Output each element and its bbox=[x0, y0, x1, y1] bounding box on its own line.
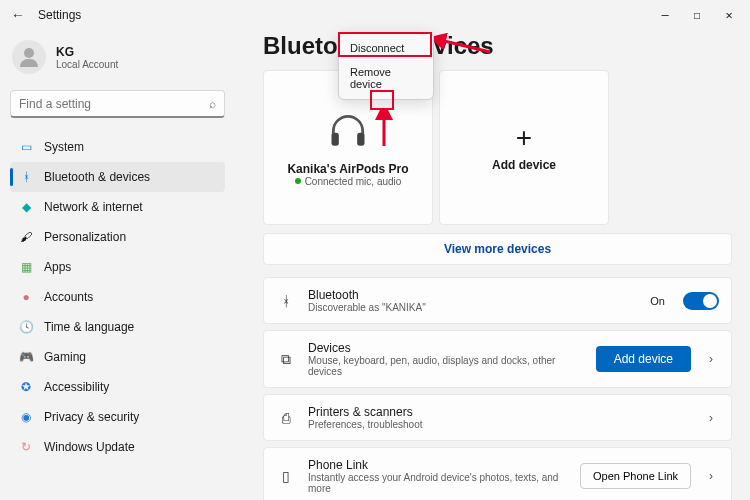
search-icon: ⌕ bbox=[209, 97, 216, 111]
status-dot-icon bbox=[295, 178, 301, 184]
sidebar: KG Local Account ⌕ ▭System ᚼBluetooth & … bbox=[0, 30, 235, 500]
nav-system[interactable]: ▭System bbox=[10, 132, 225, 162]
gaming-icon: 🎮 bbox=[18, 349, 34, 365]
bluetooth-row-icon: ᚼ bbox=[276, 293, 296, 309]
row-printers[interactable]: ⎙ Printers & scannersPreferences, troubl… bbox=[263, 394, 732, 441]
nav-privacy[interactable]: ◉Privacy & security bbox=[10, 402, 225, 432]
nav-bluetooth[interactable]: ᚼBluetooth & devices bbox=[10, 162, 225, 192]
wifi-icon: ◆ bbox=[18, 199, 34, 215]
menu-remove-device[interactable]: Remove device bbox=[342, 60, 430, 96]
avatar bbox=[12, 40, 46, 74]
bluetooth-state: On bbox=[650, 295, 665, 307]
page-title: Bluetooth & devices bbox=[263, 32, 732, 60]
profile-account: Local Account bbox=[56, 59, 118, 70]
bluetooth-toggle[interactable] bbox=[683, 292, 719, 310]
nav-time[interactable]: 🕓Time & language bbox=[10, 312, 225, 342]
device-context-menu: Disconnect Remove device bbox=[338, 32, 434, 100]
nav-network[interactable]: ◆Network & internet bbox=[10, 192, 225, 222]
plus-icon: + bbox=[516, 124, 532, 152]
nav-update[interactable]: ↻Windows Update bbox=[10, 432, 225, 462]
search-box[interactable]: ⌕ bbox=[10, 90, 225, 118]
nav-apps[interactable]: ▦Apps bbox=[10, 252, 225, 282]
row-devices[interactable]: ⧉ DevicesMouse, keyboard, pen, audio, di… bbox=[263, 330, 732, 388]
apps-icon: ▦ bbox=[18, 259, 34, 275]
system-icon: ▭ bbox=[18, 139, 34, 155]
window-controls: — ☐ ✕ bbox=[658, 8, 742, 22]
chevron-right-icon[interactable]: › bbox=[703, 352, 719, 366]
menu-disconnect[interactable]: Disconnect bbox=[342, 36, 430, 60]
add-device-button[interactable]: Add device bbox=[596, 346, 691, 372]
profile-name: KG bbox=[56, 45, 118, 59]
back-button[interactable]: ← bbox=[8, 7, 28, 23]
bluetooth-icon: ᚼ bbox=[18, 169, 34, 185]
phone-icon: ▯ bbox=[276, 468, 296, 484]
view-more-devices[interactable]: View more devices bbox=[263, 233, 732, 265]
update-icon: ↻ bbox=[18, 439, 34, 455]
titlebar: ← Settings — ☐ ✕ bbox=[0, 0, 750, 30]
chevron-right-icon[interactable]: › bbox=[703, 411, 719, 425]
nav-accessibility[interactable]: ✪Accessibility bbox=[10, 372, 225, 402]
row-bluetooth[interactable]: ᚼ BluetoothDiscoverable as "KANIKA" On bbox=[263, 277, 732, 324]
nav-personalization[interactable]: 🖌Personalization bbox=[10, 222, 225, 252]
devices-icon: ⧉ bbox=[276, 351, 296, 368]
headphones-icon bbox=[326, 109, 370, 156]
add-device-label: Add device bbox=[492, 158, 556, 172]
profile-block[interactable]: KG Local Account bbox=[10, 34, 225, 84]
accessibility-icon: ✪ bbox=[18, 379, 34, 395]
chevron-right-icon[interactable]: › bbox=[703, 469, 719, 483]
open-phone-link-button[interactable]: Open Phone Link bbox=[580, 463, 691, 489]
add-device-card[interactable]: + Add device bbox=[439, 70, 609, 225]
device-status: Connected mic, audio bbox=[295, 176, 402, 187]
svg-rect-1 bbox=[357, 132, 364, 145]
nav-list: ▭System ᚼBluetooth & devices ◆Network & … bbox=[10, 132, 225, 462]
shield-icon: ◉ bbox=[18, 409, 34, 425]
minimize-button[interactable]: — bbox=[658, 8, 672, 22]
svg-rect-0 bbox=[332, 132, 339, 145]
nav-accounts[interactable]: ●Accounts bbox=[10, 282, 225, 312]
maximize-button[interactable]: ☐ bbox=[690, 8, 704, 22]
app-title: Settings bbox=[38, 8, 81, 22]
row-phone[interactable]: ▯ Phone LinkInstantly access your Androi… bbox=[263, 447, 732, 500]
accounts-icon: ● bbox=[18, 289, 34, 305]
nav-gaming[interactable]: 🎮Gaming bbox=[10, 342, 225, 372]
device-name: Kanika's AirPods Pro bbox=[287, 162, 408, 176]
brush-icon: 🖌 bbox=[18, 229, 34, 245]
main-content: Bluetooth & devices ⋯ Kanika's AirPods P… bbox=[235, 30, 750, 500]
clock-icon: 🕓 bbox=[18, 319, 34, 335]
search-input[interactable] bbox=[19, 97, 209, 111]
close-button[interactable]: ✕ bbox=[722, 8, 736, 22]
printer-icon: ⎙ bbox=[276, 410, 296, 426]
